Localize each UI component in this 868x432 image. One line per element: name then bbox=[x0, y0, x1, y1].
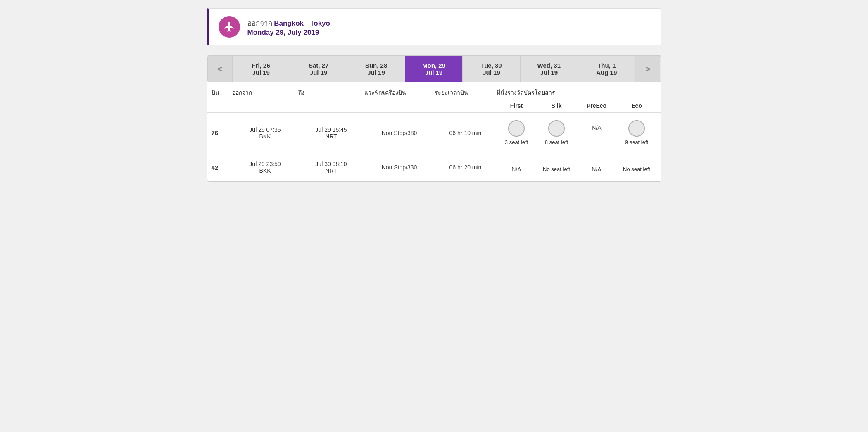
col-header-arrive: ถึง bbox=[298, 88, 364, 109]
preeco-seat-76: N/A bbox=[577, 120, 617, 145]
preeco-na-42: N/A bbox=[577, 162, 617, 173]
date-fri[interactable]: Fri, 26 Jul 19 bbox=[233, 56, 290, 82]
first-na-42: N/A bbox=[497, 162, 537, 173]
date-sat[interactable]: Sat, 27 Jul 19 bbox=[290, 56, 347, 82]
stop-76: Non Stop/380 bbox=[364, 130, 435, 136]
date-tue[interactable]: Tue, 30 Jul 19 bbox=[463, 56, 520, 82]
eco-none-42: No seat left bbox=[617, 162, 657, 172]
col-header-duration: ระยะเวลาบิน bbox=[435, 88, 497, 109]
col-header-seats: ที่นั่งรางวัลบัตรโดยสาร First Silk PreEc… bbox=[497, 88, 657, 109]
stop-42: Non Stop/330 bbox=[364, 164, 435, 171]
eco-circle-76[interactable] bbox=[628, 120, 645, 137]
flight-title: ออกจาก Bangkok - Tokyo Monday 29, July 2… bbox=[247, 17, 330, 37]
date-wed-line1: Wed, 31 bbox=[524, 62, 574, 69]
date-tue-line2: Jul 19 bbox=[466, 69, 516, 76]
date-thu-line1: Thu, 1 bbox=[581, 62, 632, 69]
col-header-stop: แวะพัก/เครื่องบิน bbox=[364, 88, 435, 109]
eco-circle-wrap-76[interactable]: 9 seat left bbox=[617, 120, 657, 145]
preeco-seat-42: N/A bbox=[577, 162, 617, 173]
date-wed-line2: Jul 19 bbox=[524, 69, 574, 76]
silk-label-76: 8 seat left bbox=[545, 139, 568, 145]
date-mon-line1: Mon, 29 bbox=[409, 62, 459, 69]
date-sun[interactable]: Sun, 28 Jul 19 bbox=[347, 56, 405, 82]
seats-42: N/A No seat left N/A No seat left bbox=[497, 162, 657, 173]
route-name: Bangkok - Tokyo bbox=[274, 19, 330, 27]
flight-icon-circle bbox=[219, 16, 240, 38]
prev-nav-btn[interactable]: < bbox=[208, 56, 233, 82]
arrive-42: Jul 30 08:10 NRT bbox=[298, 161, 364, 174]
date-sun-line2: Jul 19 bbox=[351, 69, 401, 76]
flight-row-42: 42 Jul 29 23:50 BKK Jul 30 08:10 NRT Non… bbox=[207, 153, 661, 181]
date-sat-line2: Jul 19 bbox=[293, 69, 344, 76]
page-wrapper: ออกจาก Bangkok - Tokyo Monday 29, July 2… bbox=[207, 8, 661, 190]
seat-sub-headers: First Silk PreEco Eco bbox=[497, 102, 657, 109]
silk-seat-42: No seat left bbox=[537, 162, 577, 173]
flight-table-container: < Fri, 26 Jul 19 Sat, 27 Jul 19 Sun, 28 … bbox=[207, 55, 661, 182]
arrive-date-76: Jul 29 15:45 bbox=[298, 126, 364, 133]
route-prefix: ออกจาก bbox=[247, 19, 274, 27]
flight-header: ออกจาก Bangkok - Tokyo Monday 29, July 2… bbox=[207, 8, 661, 45]
depart-code-76: BKK bbox=[232, 133, 298, 140]
date-fri-line1: Fri, 26 bbox=[236, 62, 286, 69]
col-header-bin: บิน bbox=[212, 88, 232, 109]
flight-date: Monday 29, July 2019 bbox=[247, 28, 330, 37]
depart-42: Jul 29 23:50 BKK bbox=[232, 161, 298, 174]
airplane-icon bbox=[224, 21, 235, 33]
col-header-first: First bbox=[497, 102, 537, 109]
bottom-divider bbox=[207, 190, 661, 190]
depart-date-76: Jul 29 07:35 bbox=[232, 126, 298, 133]
seat-cols-header: ที่นั่งรางวัลบัตรโดยสาร First Silk PreEc… bbox=[497, 88, 657, 109]
preeco-na-76: N/A bbox=[577, 120, 617, 131]
seats-main-header: ที่นั่งรางวัลบัตรโดยสาร bbox=[497, 88, 657, 100]
flight-no-42: 42 bbox=[212, 164, 232, 171]
depart-date-42: Jul 29 23:50 bbox=[232, 161, 298, 167]
col-headers-row: บิน ออกจาก ถึง แวะพัก/เครื่องบิน ระยะเวล… bbox=[207, 82, 661, 113]
date-fri-line2: Jul 19 bbox=[236, 69, 286, 76]
first-circle-wrap-76[interactable]: 3 seat left bbox=[497, 120, 537, 145]
flight-no-76: 76 bbox=[212, 129, 232, 136]
flight-row-76: 76 Jul 29 07:35 BKK Jul 29 15:45 NRT Non… bbox=[207, 113, 661, 153]
date-sun-line1: Sun, 28 bbox=[351, 62, 401, 69]
date-mon-line2: Jul 19 bbox=[409, 69, 459, 76]
date-nav: < Fri, 26 Jul 19 Sat, 27 Jul 19 Sun, 28 … bbox=[207, 56, 661, 82]
silk-none-42: No seat left bbox=[537, 162, 577, 172]
date-mon[interactable]: Mon, 29 Jul 19 bbox=[405, 56, 463, 82]
arrive-code-42: NRT bbox=[298, 167, 364, 174]
silk-circle-76[interactable] bbox=[548, 120, 565, 137]
date-wed[interactable]: Wed, 31 Jul 19 bbox=[521, 56, 578, 82]
next-label: > bbox=[646, 64, 651, 74]
next-nav-btn[interactable]: > bbox=[635, 56, 660, 82]
date-thu[interactable]: Thu, 1 Aug 19 bbox=[578, 56, 635, 82]
arrive-code-76: NRT bbox=[298, 133, 364, 140]
first-circle-76[interactable] bbox=[508, 120, 525, 137]
seats-76: 3 seat left 8 seat left N/A bbox=[497, 120, 657, 145]
prev-label: < bbox=[217, 64, 222, 74]
first-seat-42: N/A bbox=[497, 162, 537, 173]
eco-seat-76[interactable]: 9 seat left bbox=[617, 120, 657, 145]
duration-42: 06 hr 20 min bbox=[435, 164, 497, 171]
col-header-depart: ออกจาก bbox=[232, 88, 298, 109]
arrive-76: Jul 29 15:45 NRT bbox=[298, 126, 364, 140]
date-tue-line1: Tue, 30 bbox=[466, 62, 516, 69]
depart-76: Jul 29 07:35 BKK bbox=[232, 126, 298, 140]
date-thu-line2: Aug 19 bbox=[581, 69, 632, 76]
eco-seat-42: No seat left bbox=[617, 162, 657, 173]
silk-circle-wrap-76[interactable]: 8 seat left bbox=[537, 120, 577, 145]
arrive-date-42: Jul 30 08:10 bbox=[298, 161, 364, 167]
col-header-preeco: PreEco bbox=[577, 102, 617, 109]
col-header-eco: Eco bbox=[617, 102, 657, 109]
silk-seat-76[interactable]: 8 seat left bbox=[537, 120, 577, 145]
depart-code-42: BKK bbox=[232, 167, 298, 174]
date-sat-line1: Sat, 27 bbox=[293, 62, 344, 69]
flight-route: ออกจาก Bangkok - Tokyo bbox=[247, 17, 330, 28]
duration-76: 06 hr 10 min bbox=[435, 130, 497, 136]
first-label-76: 3 seat left bbox=[505, 139, 528, 145]
col-header-silk: Silk bbox=[537, 102, 577, 109]
first-seat-76[interactable]: 3 seat left bbox=[497, 120, 537, 145]
eco-label-76: 9 seat left bbox=[625, 139, 648, 145]
